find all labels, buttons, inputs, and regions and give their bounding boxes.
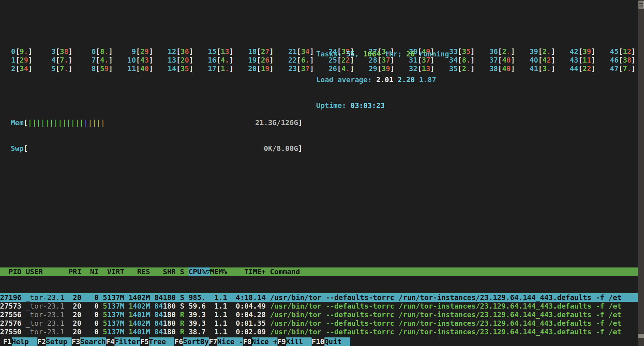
meter-pipe: | [28, 118, 32, 127]
cell-res-g: 1 [129, 319, 133, 327]
cpu-id: 43 [570, 56, 578, 64]
cell-virt-m: 137M [107, 302, 124, 310]
cpu-value-sys: . [466, 56, 471, 64]
fkey-label-sortby[interactable]: SortBy [183, 337, 209, 346]
meter-pipe: | [71, 118, 75, 127]
cpu-value-user: 2 [180, 56, 185, 64]
cpu-value-user: 3 [462, 47, 466, 56]
cpu-value-sys: 0 [185, 56, 189, 64]
cell-state: R [180, 319, 184, 327]
fkey-f6[interactable]: F6 [174, 337, 183, 346]
cpu-id: 15 [208, 47, 216, 56]
fkey-label-help[interactable]: Help [12, 337, 37, 346]
cpu-value-user: 1 [261, 64, 265, 73]
load-average: Load average: 2.01 2.20 1.87 [316, 75, 449, 84]
cell-time: 0:04.49 [231, 302, 266, 310]
info-segment: Tasks: [316, 50, 346, 58]
fkey-f8[interactable]: F8 [243, 337, 252, 346]
cell-virt-g: 5 [103, 310, 107, 319]
cell-time: 4:18.14 [231, 293, 266, 302]
cpu-value-user: 5 [100, 64, 104, 73]
cell-time: 0:04.28 [231, 310, 266, 319]
cpu-meter-43: 43[11] [570, 56, 610, 64]
fkey-f1[interactable]: F1 [3, 337, 12, 346]
cpu-id: 47 [610, 64, 619, 73]
cell-pid: 27573 [0, 302, 21, 310]
cpu-value-user: 4 [140, 64, 145, 73]
cell-user: _tor-23.1 [26, 328, 64, 336]
cell-shr-k: 180 [163, 328, 176, 336]
cpu-value-sys: 0 [506, 56, 511, 64]
scrollbar-track[interactable] [638, 0, 644, 346]
cpu-id: 42 [570, 47, 578, 56]
cell-mem: 1.1 [210, 310, 227, 319]
cpu-value-user: 4 [502, 56, 506, 64]
meter-pipe: | [83, 118, 88, 127]
cell-pri: 20 [68, 310, 81, 319]
fkey-f10[interactable]: F10 [312, 337, 324, 346]
cell-ni: 0 [86, 319, 99, 327]
cpu-value-user: 7 [623, 64, 627, 73]
process-row-selected[interactable]: 27196 _tor-23.1 20 0 5137M 1402M 84180 S… [0, 293, 638, 302]
tasks-summary: Tasks: 55, 1064 thr; 26 running [316, 50, 449, 58]
meter-pipe: | [92, 118, 96, 127]
cpu-id: 35 [449, 64, 458, 73]
cpu-id: 14 [168, 64, 176, 73]
cpu-meter-34: 34[8.] [449, 56, 489, 64]
cpu-value-user: 2 [462, 64, 466, 73]
cell-virt-m: 137M [107, 310, 124, 319]
cpu-id: 45 [610, 47, 619, 56]
cell-time: 0:02.09 [231, 328, 266, 336]
cpu-meter-41: 41[3.] [530, 64, 570, 73]
fkey-f2[interactable]: F2 [37, 337, 46, 346]
cpu-value-user: 2 [542, 47, 547, 56]
meter-pipe: | [32, 118, 37, 127]
fkey-label-kill[interactable]: Kill [286, 337, 312, 346]
fkey-f3[interactable]: F3 [72, 337, 80, 346]
swap-meter-bar: 0K/8.00G [28, 144, 298, 153]
cpu-value-sys: . [64, 56, 68, 64]
cpu-meter-13: 13[20] [168, 56, 208, 64]
cpu-meter-7: 7[4.] [87, 56, 127, 64]
sort-column-cpu[interactable]: CPU%▽ [188, 267, 210, 276]
process-row[interactable]: 27550 _tor-23.1 20 0 5137M 1401M 84180 R… [0, 328, 638, 336]
fkey-label-filter[interactable]: Filter [114, 337, 140, 346]
fkey-f4[interactable]: F4 [106, 337, 114, 346]
fkey-f7[interactable]: F7 [209, 337, 217, 346]
cpu-meter-12: 12[36] [168, 47, 208, 56]
cell-command: /usr/bin/tor --defaults-torrc /run/tor-i… [270, 310, 622, 319]
function-key-bar: F1Help F2Setup F3SearchF4FilterF5Tree F6… [0, 337, 638, 346]
cpu-id: 4 [47, 56, 56, 64]
cpu-meter-3: 3[38] [47, 47, 87, 56]
process-row[interactable]: 27573 _tor-23.1 20 0 5137M 1402M 84180 S… [0, 302, 638, 310]
cpu-value-user: 3 [623, 56, 627, 64]
cpu-value-user: 1 [221, 64, 225, 73]
cell-virt-m: 137M [107, 293, 124, 302]
fkey-label-tree[interactable]: Tree [149, 337, 175, 346]
cpu-value-sys: . [305, 56, 310, 64]
scrollbar-thumb[interactable] [638, 1, 644, 9]
process-table-header[interactable]: PID USER PRI NI VIRT RES SHR S CPU%▽MEM%… [0, 267, 638, 276]
cpu-id: 8 [87, 64, 96, 73]
process-row[interactable]: 27576 _tor-23.1 20 0 5137M 1402M 84180 R… [0, 319, 638, 328]
cell-res-g: 1 [129, 310, 133, 319]
cpu-value-sys: 1 [587, 56, 591, 64]
fkey-label-nice-[interactable]: Nice + [252, 337, 277, 346]
cpu-value-user: 4 [542, 56, 547, 64]
cell-mem: 1.1 [210, 328, 227, 336]
cell-pid: 27556 [0, 310, 21, 319]
fkey-f5[interactable]: F5 [140, 337, 149, 346]
cpu-value-sys: 5 [466, 47, 471, 56]
meter-value: 0K/8.00G [264, 144, 298, 153]
fkey-label-nice-[interactable]: Nice - [217, 337, 243, 346]
header-columns-left: PID USER PRI NI VIRT RES SHR S [0, 267, 188, 276]
fkey-f9[interactable]: F9 [277, 337, 286, 346]
cell-shr-m: 84 [154, 328, 163, 336]
process-row[interactable]: 27556 _tor-23.1 20 0 5137M 1401M 84180 R… [0, 310, 638, 319]
cpu-value-user: 3 [20, 64, 24, 73]
fkey-label-search[interactable]: Search [80, 337, 106, 346]
fkey-label-setup[interactable]: Setup [46, 337, 72, 346]
fkey-label-quit[interactable]: Quit [324, 337, 350, 346]
info-segment: Uptime: [316, 101, 351, 110]
memory-meter-open-bracket: [ [24, 118, 28, 127]
